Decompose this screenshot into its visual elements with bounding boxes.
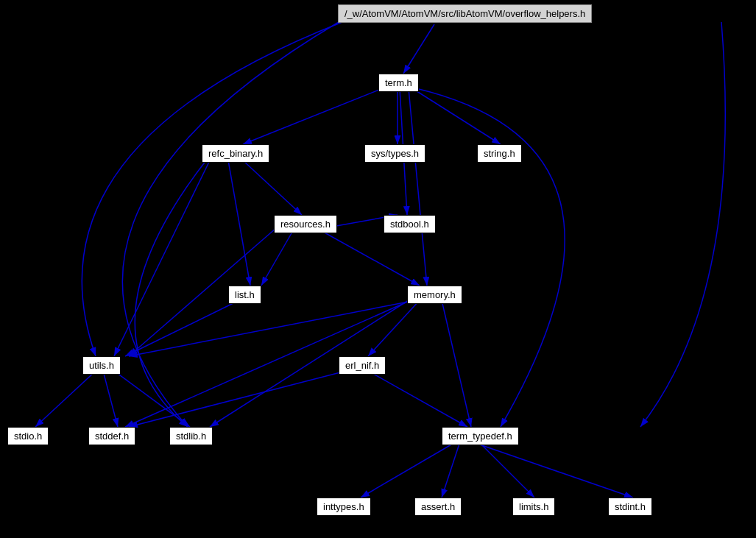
svg-line-7 (114, 160, 210, 356)
svg-line-15 (125, 300, 239, 356)
svg-line-16 (35, 371, 96, 427)
svg-line-6 (228, 160, 250, 286)
svg-line-21 (361, 442, 456, 498)
node-inttypes-h: inttypes.h (317, 498, 371, 516)
node-limits-h: limits.h (512, 498, 555, 516)
node-stdio-h: stdio.h (7, 427, 49, 445)
svg-line-20 (129, 371, 346, 427)
node-overflow-helpers: /_w/AtomVM/AtomVM/src/libAtomVM/overflow… (338, 4, 592, 23)
svg-line-24 (442, 442, 460, 498)
svg-line-2 (243, 88, 383, 144)
svg-line-13 (442, 300, 471, 427)
svg-line-11 (129, 300, 416, 356)
node-refc-binary-h: refc_binary.h (202, 144, 269, 163)
svg-line-19 (368, 371, 467, 427)
svg-line-4 (412, 88, 501, 144)
node-utils-h: utils.h (82, 356, 121, 375)
svg-line-17 (103, 371, 118, 427)
node-list-h: list.h (228, 286, 261, 304)
node-stdbool-h: stdbool.h (384, 215, 436, 233)
svg-line-26 (409, 88, 427, 286)
node-resources-h: resources.h (274, 215, 337, 233)
node-term-typedef-h: term_typedef.h (442, 427, 519, 445)
svg-line-12 (368, 300, 420, 356)
svg-line-1 (403, 24, 434, 74)
svg-line-18 (114, 371, 190, 427)
node-assert-h: assert.h (414, 498, 462, 516)
node-stdint-h: stdint.h (608, 498, 652, 516)
node-erl-nif-h: erl_nif.h (339, 356, 386, 375)
node-string-h: string.h (477, 144, 522, 163)
svg-line-23 (478, 442, 534, 498)
svg-line-22 (471, 442, 633, 498)
svg-line-8 (261, 228, 294, 286)
node-stddef-h: stddef.h (88, 427, 135, 445)
node-sys-types-h: sys/types.h (364, 144, 425, 163)
svg-line-5 (243, 160, 302, 215)
svg-line-9 (317, 228, 420, 286)
node-term-h: term.h (378, 74, 419, 92)
node-memory-h: memory.h (407, 286, 462, 304)
node-stdlib-h: stdlib.h (169, 427, 213, 445)
